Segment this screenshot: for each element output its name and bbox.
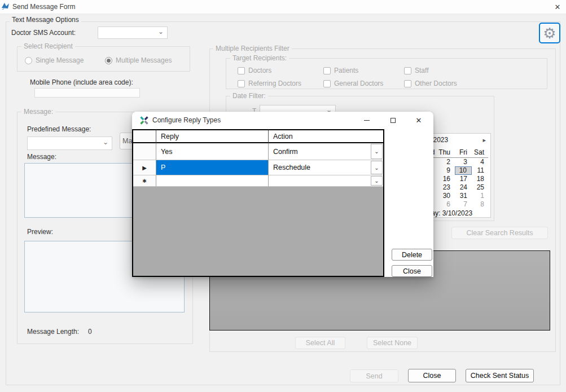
calendar-day[interactable]: 25 — [472, 183, 489, 192]
message-group-label: Message: — [21, 108, 55, 116]
grid-body: YesConfirm⌄▶PReschedule⌄✱⌄ — [133, 143, 383, 187]
check-sent-status-button[interactable]: Check Sent Status — [466, 369, 534, 382]
calendar-day[interactable]: 6 — [438, 200, 455, 209]
select-all-button[interactable]: Select All — [295, 337, 345, 349]
checkbox-icon[interactable] — [238, 80, 245, 87]
checkbox-label: Other Doctors — [415, 80, 457, 87]
action-cell[interactable]: Reschedule⌄ — [269, 160, 383, 175]
message-length-value: 0 — [88, 328, 92, 336]
checkbox-icon[interactable] — [323, 80, 331, 87]
calendar-day-selected[interactable]: 10 — [455, 166, 472, 175]
calendar-day-header: Thu — [438, 148, 455, 157]
delete-button[interactable]: Delete — [392, 249, 432, 261]
checkbox-label: Doctors — [248, 67, 271, 74]
calendar-day[interactable]: 23 — [438, 183, 455, 192]
grid-header-reply: Reply — [156, 130, 269, 143]
calendar-day-header: Fri — [455, 148, 472, 157]
predefined-message-label: Predefined Message: — [27, 125, 91, 133]
mobile-phone-label: Mobile Phone (include area code): — [30, 78, 133, 86]
main-titlebar[interactable]: Send Message Form ✕ — [0, 0, 566, 14]
checkbox-label: General Doctors — [334, 80, 383, 87]
calendar-day[interactable]: 4 — [472, 158, 489, 166]
minimize-icon[interactable] — [361, 114, 373, 126]
calendar-day[interactable]: 24 — [455, 183, 472, 192]
modal-logo-icon — [140, 116, 148, 125]
select-recipient-label: Select Recipient — [21, 42, 75, 50]
calendar-day[interactable]: 2 — [438, 158, 455, 166]
action-cell[interactable]: ⌄ — [269, 175, 383, 187]
reply-types-grid[interactable]: Reply Action YesConfirm⌄▶PReschedule⌄✱⌄ — [132, 129, 384, 277]
current-row-icon: ▶ — [142, 165, 147, 171]
select-none-button[interactable]: Select None — [367, 337, 418, 349]
predefined-message-select[interactable]: ⌄ — [27, 136, 112, 150]
reply-cell[interactable]: P — [156, 160, 269, 175]
checkbox-referring-doctors[interactable]: Referring Doctors — [238, 80, 301, 87]
grid-header-row: Reply Action — [133, 130, 383, 143]
calendar-day[interactable]: 8 — [472, 200, 489, 209]
calendar-day[interactable]: 7 — [455, 200, 472, 209]
calendar-day[interactable]: 1 — [472, 192, 489, 200]
message-length-label: Message Length: — [27, 328, 79, 336]
radio-single-message[interactable]: Single Message — [25, 56, 84, 64]
app-logo-icon — [2, 2, 10, 11]
modal-title: Configure Reply Types — [152, 116, 221, 124]
calendar-day[interactable]: 9 — [438, 166, 455, 175]
checkbox-icon[interactable] — [238, 67, 245, 74]
action-dropdown-icon[interactable]: ⌄ — [371, 161, 383, 174]
checkbox-icon[interactable] — [323, 67, 331, 74]
maximize-icon[interactable] — [387, 114, 399, 126]
close-button[interactable]: Close — [408, 369, 456, 382]
checkbox-label: Staff — [415, 67, 428, 74]
reply-cell[interactable] — [156, 175, 269, 187]
calendar-next-icon[interactable]: ▸ — [482, 136, 486, 144]
gear-icon: ⚙ — [543, 26, 556, 41]
calendar-day[interactable]: 17 — [455, 175, 472, 183]
calendar-day[interactable]: 11 — [472, 166, 489, 175]
checkbox-icon[interactable] — [404, 80, 411, 87]
calendar-day[interactable]: 30 — [438, 192, 455, 200]
action-cell[interactable]: Confirm⌄ — [269, 143, 383, 160]
grid-row[interactable]: YesConfirm⌄ — [133, 143, 383, 160]
action-dropdown-icon[interactable]: ⌄ — [371, 176, 383, 186]
checkbox-label: Referring Doctors — [248, 80, 301, 87]
checkbox-doctors[interactable]: Doctors — [238, 67, 271, 74]
send-button[interactable]: Send — [350, 369, 398, 382]
doctor-sms-account-select[interactable]: ⌄ — [98, 27, 168, 39]
doctor-sms-account-label: Doctor SMS Account: — [11, 29, 76, 37]
checkbox-patients[interactable]: Patients — [323, 67, 358, 74]
mobile-phone-input[interactable] — [34, 88, 140, 98]
modal-close-button[interactable]: Close — [392, 265, 432, 277]
calendar-day[interactable]: 16 — [438, 175, 455, 183]
preview-label: Preview: — [27, 228, 53, 236]
radio-icon[interactable] — [25, 57, 32, 64]
checkbox-other-doctors[interactable]: Other Doctors — [404, 80, 457, 87]
close-icon[interactable]: ✕ — [413, 114, 425, 126]
window-title: Send Message Form — [12, 3, 75, 11]
current-row-indicator[interactable]: ▶ — [133, 160, 156, 175]
new-row-icon: ✱ — [142, 178, 147, 184]
grid-row[interactable]: ▶PReschedule⌄ — [133, 160, 383, 175]
action-cell-value: Reschedule — [273, 164, 310, 171]
new-row-indicator[interactable]: ✱ — [133, 175, 156, 187]
close-icon[interactable]: ✕ — [552, 2, 563, 12]
checkbox-staff[interactable]: Staff — [404, 67, 428, 74]
checkbox-icon[interactable] — [404, 67, 411, 74]
radio-single-message-label: Single Message — [36, 56, 84, 64]
clear-search-results-button[interactable]: Clear Search Results — [451, 227, 548, 239]
checkbox-general-doctors[interactable]: General Doctors — [323, 80, 383, 87]
radio-selected-icon[interactable] — [105, 57, 112, 64]
grid-header-action: Action — [269, 130, 383, 143]
settings-button[interactable]: ⚙ — [539, 23, 560, 43]
modal-titlebar[interactable]: Configure Reply Types ✕ — [132, 112, 433, 129]
calendar-day[interactable]: 18 — [472, 175, 489, 183]
calendar-day[interactable]: 31 — [455, 192, 472, 200]
radio-multiple-messages[interactable]: Multiple Messages — [105, 56, 172, 64]
grid-corner-cell — [133, 130, 156, 143]
calendar-day[interactable]: 3 — [455, 158, 472, 166]
text-message-options-label: Text Message Options — [10, 16, 81, 24]
action-dropdown-icon[interactable]: ⌄ — [371, 144, 383, 159]
grid-row[interactable]: ✱⌄ — [133, 175, 383, 187]
reply-cell[interactable]: Yes — [156, 143, 269, 160]
chevron-down-icon: ⌄ — [103, 138, 108, 146]
row-header-cell[interactable] — [133, 143, 156, 160]
